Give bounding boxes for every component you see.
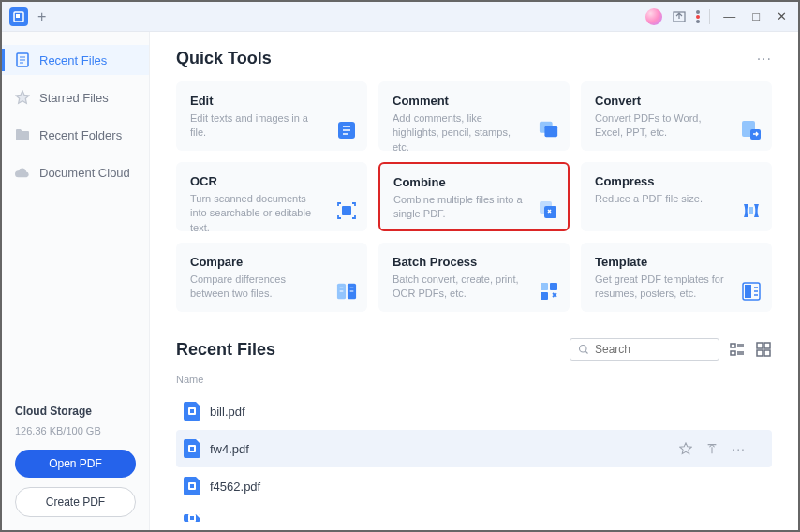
tool-card-compare[interactable]: Compare Compare differences between two … — [176, 243, 367, 312]
app-logo-icon[interactable] — [9, 7, 28, 26]
search-box[interactable] — [570, 338, 719, 361]
more-icon[interactable]: ··· — [732, 441, 746, 456]
svg-rect-20 — [745, 285, 751, 298]
svg-point-21 — [580, 346, 587, 353]
svg-rect-17 — [550, 283, 557, 290]
titlebar-left: + — [9, 7, 46, 26]
pdf-file-icon — [184, 439, 200, 458]
tool-card-ocr[interactable]: OCR Turn scanned documents into searchab… — [176, 162, 367, 231]
tool-desc: Reduce a PDF file size. — [595, 192, 758, 206]
template-icon — [741, 281, 762, 302]
svg-text:T: T — [345, 208, 349, 214]
separator — [709, 9, 710, 24]
tool-card-batch-process[interactable]: Batch Process Batch convert, create, pri… — [378, 243, 570, 312]
file-name: fw4.pdf — [210, 442, 670, 456]
sidebar-item-label: Document Cloud — [39, 166, 130, 180]
tool-desc: Batch convert, create, print, OCR PDFs, … — [393, 273, 556, 302]
combine-icon — [538, 200, 558, 220]
sidebar-item-label: Starred Files — [39, 91, 109, 105]
tool-desc: Combine multiple files into a single PDF… — [393, 193, 555, 222]
titlebar-right: — □ ✕ — [645, 7, 791, 25]
pdf-file-icon — [184, 514, 200, 522]
tool-card-combine[interactable]: Combine Combine multiple files into a si… — [378, 162, 570, 231]
tool-desc: Compare differences between two files. — [190, 273, 353, 302]
comment-icon — [539, 120, 559, 140]
file-name: f4562.pdf — [210, 480, 764, 494]
compare-icon — [336, 281, 357, 302]
tool-title: Combine — [393, 175, 555, 189]
cloud-icon — [15, 165, 30, 180]
app-body: Recent Files Starred Files Recent Folder… — [2, 32, 798, 530]
view-grid-button[interactable] — [755, 341, 772, 358]
file-row[interactable]: f4562.pdf — [176, 467, 772, 505]
svg-rect-27 — [764, 350, 770, 356]
sidebar-item-starred-files[interactable]: Starred Files — [2, 82, 149, 112]
tool-title: Compare — [190, 255, 353, 269]
create-pdf-button[interactable]: Create PDF — [15, 487, 136, 517]
file-name: bill.pdf — [210, 405, 764, 419]
tool-card-convert[interactable]: Convert Convert PDFs to Word, Excel, PPT… — [581, 81, 772, 151]
svg-rect-25 — [764, 343, 770, 348]
maximize-button[interactable]: □ — [748, 7, 763, 25]
minimize-button[interactable]: — — [719, 7, 739, 25]
svg-rect-16 — [541, 283, 548, 290]
svg-rect-24 — [757, 343, 763, 348]
tool-desc: Turn scanned documents into searchable o… — [190, 192, 353, 235]
notification-dots-icon[interactable] — [696, 10, 700, 23]
tool-card-edit[interactable]: Edit Edit texts and images in a file. — [176, 81, 367, 151]
sidebar-item-label: Recent Files — [39, 53, 107, 67]
view-list-button[interactable] — [729, 341, 746, 358]
cloud-storage-usage: 126.36 KB/100 GB — [15, 425, 136, 436]
recent-files-header: Recent Files — [176, 338, 772, 361]
tool-card-template[interactable]: Template Get great PDF templates for res… — [581, 243, 772, 312]
convert-icon — [741, 120, 762, 140]
file-row[interactable]: bill.pdf — [176, 392, 772, 430]
close-button[interactable]: ✕ — [773, 7, 791, 25]
tool-title: Comment — [393, 94, 556, 108]
sidebar-item-label: Recent Folders — [39, 128, 122, 142]
tool-desc: Get great PDF templates for resumes, pos… — [595, 273, 758, 302]
recent-files-title: Recent Files — [176, 340, 275, 360]
sidebar-item-recent-files[interactable]: Recent Files — [2, 45, 149, 75]
star-icon — [15, 90, 30, 105]
folder-icon — [15, 127, 30, 142]
sidebar-nav: Recent Files Starred Files Recent Folder… — [2, 32, 149, 392]
new-tab-button[interactable]: + — [37, 8, 46, 25]
share-icon[interactable] — [672, 9, 687, 24]
cloud-storage-panel: Cloud Storage 126.36 KB/100 GB Open PDF … — [2, 392, 149, 530]
file-list-header-name: Name — [176, 370, 772, 392]
pdf-file-icon — [184, 402, 200, 421]
tool-desc: Add comments, like highlights, pencil, s… — [393, 111, 556, 155]
tool-title: Batch Process — [393, 255, 556, 269]
tool-desc: Edit texts and images in a file. — [190, 111, 353, 140]
tool-title: Convert — [595, 94, 758, 108]
sidebar-item-document-cloud[interactable]: Document Cloud — [2, 157, 149, 187]
open-pdf-button[interactable]: Open PDF — [15, 450, 136, 478]
sidebar: Recent Files Starred Files Recent Folder… — [2, 32, 150, 530]
titlebar: + — □ ✕ — [2, 2, 798, 32]
ai-orb-icon[interactable] — [645, 8, 662, 25]
file-icon — [15, 52, 30, 67]
svg-rect-23 — [731, 351, 735, 355]
search-input[interactable] — [595, 343, 711, 356]
sidebar-item-recent-folders[interactable]: Recent Folders — [2, 120, 149, 150]
quick-tools-more-button[interactable]: ··· — [757, 51, 772, 67]
svg-rect-6 — [544, 126, 557, 137]
cloud-storage-title: Cloud Storage — [15, 405, 136, 418]
star-icon[interactable] — [679, 442, 692, 455]
tool-card-compress[interactable]: Compress Reduce a PDF file size. — [581, 162, 772, 231]
file-row[interactable] — [176, 505, 772, 522]
tool-title: Edit — [190, 94, 353, 108]
svg-rect-22 — [731, 344, 735, 347]
search-icon — [578, 344, 589, 355]
file-row[interactable]: fw4.pdf ··· — [176, 430, 772, 467]
ocr-icon: T — [336, 200, 357, 221]
pin-icon[interactable] — [705, 442, 719, 455]
tool-card-comment[interactable]: Comment Add comments, like highlights, p… — [378, 81, 570, 151]
quick-tools-title: Quick Tools — [176, 49, 272, 68]
tool-title: Template — [595, 255, 758, 269]
batch-icon — [539, 281, 559, 302]
file-row-actions: ··· — [679, 441, 764, 456]
tools-grid: Edit Edit texts and images in a file. Co… — [176, 81, 772, 312]
tool-title: OCR — [190, 174, 353, 188]
